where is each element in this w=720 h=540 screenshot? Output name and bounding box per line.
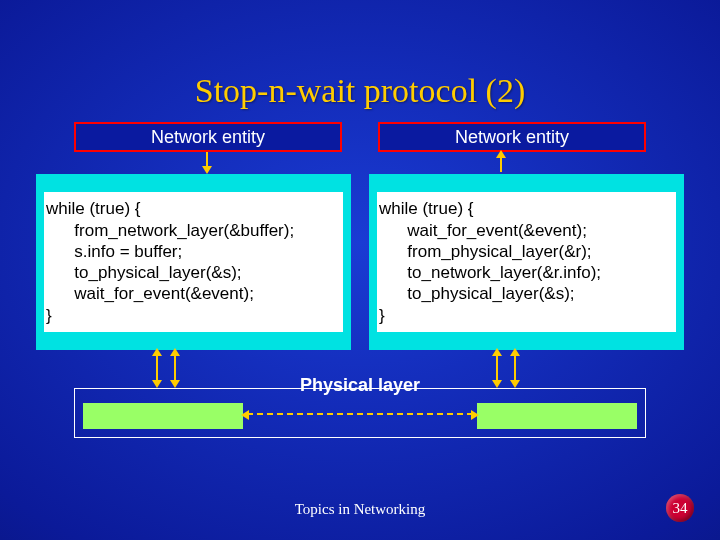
physical-block-right [477,403,637,429]
arrow-up-icon [500,152,502,172]
physical-layer-frame: Physical layer [74,388,646,438]
entity-arrow-row [0,154,720,174]
footer-text: Topics in Networking [0,501,720,518]
network-entity-right: Network entity [378,122,646,152]
double-arrow-icon [514,350,516,386]
dashed-double-arrow-icon [247,413,473,415]
sender-panel: while (true) { from_network_layer(&buffe… [36,174,351,350]
physical-layer-row [83,401,637,431]
double-arrow-icon [156,350,158,386]
code-panels: while (true) { from_network_layer(&buffe… [0,174,720,350]
sender-code: while (true) { from_network_layer(&buffe… [44,192,343,332]
double-arrow-icon [174,350,176,386]
page-number-badge: 34 [666,494,694,522]
double-arrow-icon [496,350,498,386]
physical-layer-label: Physical layer [296,375,424,396]
entity-row: Network entity Network entity [0,122,720,152]
receiver-panel: while (true) { wait_for_event(&event); f… [369,174,684,350]
arrow-down-icon [206,152,208,172]
receiver-code: while (true) { wait_for_event(&event); f… [377,192,676,332]
physical-block-left [83,403,243,429]
slide-title: Stop-n-wait protocol (2) [0,0,720,116]
network-entity-left: Network entity [74,122,342,152]
